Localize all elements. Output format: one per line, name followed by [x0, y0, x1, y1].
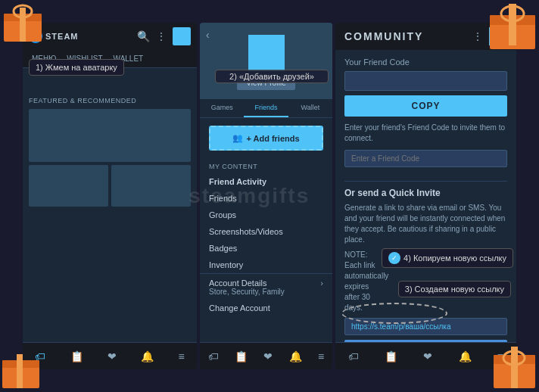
gift-tl-decoration	[0, 0, 45, 45]
steam-logo-text: STEAM	[45, 32, 79, 41]
link-section: https://s.team/p/ваша/ссылка 3) Создаем …	[344, 318, 507, 335]
add-friends-label: + Add friends	[246, 134, 299, 143]
back-button[interactable]: ‹	[206, 29, 210, 41]
account-details-sub: Store, Security, Family	[209, 288, 323, 296]
add-friends-icon: 👥	[232, 133, 243, 143]
steam-header: S STEAM 🔍 ⋮	[23, 23, 197, 50]
featured-card-1	[29, 165, 108, 207]
account-details-label: Account Details	[209, 278, 266, 288]
more-icon[interactable]: ⋮	[156, 30, 167, 42]
quick-invite-title: Or send a Quick Invite	[344, 188, 507, 198]
enter-code-input[interactable]	[344, 150, 507, 167]
link-box: https://s.team/p/ваша/ссылка	[344, 318, 507, 335]
search-icon[interactable]: 🔍	[137, 30, 150, 42]
mid-nav-menu-icon[interactable]: ≡	[318, 350, 324, 362]
right-nav-list-icon[interactable]: 📋	[385, 350, 397, 362]
mid-nav-heart-icon[interactable]: ❤	[263, 350, 273, 362]
featured-card-2	[111, 165, 191, 207]
gift-br-decoration	[490, 343, 539, 392]
add-friends-button[interactable]: 👥 + Add friends	[209, 126, 323, 151]
annotation-3: 3) Создаем новую ссылку	[398, 281, 511, 297]
community-title: COMMUNITY	[344, 30, 423, 42]
annotation-1: 1) Жмем на аватарку	[29, 59, 124, 76]
profile-avatar[interactable]	[248, 35, 285, 71]
nav-menu-icon[interactable]: ≡	[179, 350, 185, 362]
right-nav-tag-icon[interactable]: 🏷	[348, 350, 359, 362]
menu-groups[interactable]: Groups	[200, 207, 332, 223]
left-bottom-nav: 🏷 📋 ❤ 🔔 ≡	[23, 342, 197, 369]
nav-heart-icon[interactable]: ❤	[107, 350, 117, 362]
friend-code-label: Your Friend Code	[344, 58, 507, 67]
nav-list-icon[interactable]: 📋	[70, 350, 83, 362]
mid-nav-bell-icon[interactable]: 🔔	[289, 350, 302, 362]
menu-badges[interactable]: Badges	[200, 240, 332, 257]
quick-invite-desc: Generate a link to share via email or SM…	[344, 203, 507, 245]
profile-top: View Profile	[200, 23, 332, 99]
tab-wallet[interactable]: Wallet	[288, 99, 332, 117]
profile-tabs: Games Friends Wallet	[200, 99, 332, 118]
right-nav-bell-icon[interactable]: 🔔	[459, 350, 472, 362]
svg-rect-2	[20, 8, 26, 42]
tab-games[interactable]: Games	[200, 99, 244, 117]
middle-bottom-nav: 🏷 📋 ❤ 🔔 ≡	[200, 342, 332, 369]
user-avatar[interactable]	[173, 27, 191, 45]
menu-change-account[interactable]: Change Account	[200, 300, 332, 316]
community-content: Your Friend Code COPY Enter your friend'…	[335, 50, 516, 342]
right-nav-heart-icon[interactable]: ❤	[423, 350, 432, 362]
middle-panel: ‹ View Profile 2) «Добавить друзей» Game…	[200, 23, 332, 369]
community-more-icon[interactable]: ⋮	[472, 30, 483, 42]
invite-description: Enter your friend's Friend Code to invit…	[344, 123, 507, 144]
gift-tr-decoration	[486, 0, 539, 53]
friend-code-input[interactable]	[344, 71, 507, 91]
right-panel: COMMUNITY ⋮ Your Friend Code COPY Enter …	[335, 23, 516, 369]
svg-rect-13	[511, 347, 518, 388]
steam-header-icons: 🔍 ⋮	[137, 27, 191, 45]
left-content: FEATURED & RECOMMENDED	[23, 91, 197, 213]
gift-bl-decoration	[0, 350, 42, 392]
mid-nav-list-icon[interactable]: 📋	[235, 350, 248, 362]
arrow-right-icon: ›	[320, 278, 323, 288]
tab-friends[interactable]: Friends	[244, 99, 288, 117]
check-icon: ✓	[388, 252, 400, 264]
menu-screenshots[interactable]: Screenshots/Videos	[200, 223, 332, 240]
svg-rect-6	[509, 4, 516, 45]
divider	[344, 181, 507, 182]
main-container: S STEAM 🔍 ⋮ МЕНЮ WISHLIST WALLET 1) Жмем…	[23, 23, 516, 369]
nav-bell-icon[interactable]: 🔔	[141, 350, 154, 362]
svg-rect-10	[17, 354, 23, 388]
annotation-2: 2) «Добавить друзей»	[215, 70, 329, 83]
featured-card-wide	[29, 109, 191, 162]
mid-nav-tag-icon[interactable]: 🏷	[208, 350, 219, 362]
my-content-label: MY CONTENT	[200, 158, 332, 173]
copy-code-button[interactable]: COPY	[344, 95, 507, 117]
featured-grid	[29, 109, 191, 207]
menu-inventory[interactable]: Inventory	[200, 257, 332, 273]
menu-friend-activity[interactable]: Friend Activity	[200, 173, 332, 190]
menu-friends[interactable]: Friends	[200, 190, 332, 207]
annotation-4: ✓ 4) Копируем новую ссылку	[382, 248, 513, 268]
menu-account-details[interactable]: Account Details › Store, Security, Famil…	[200, 273, 332, 300]
left-panel: S STEAM 🔍 ⋮ МЕНЮ WISHLIST WALLET 1) Жмем…	[23, 23, 197, 369]
featured-label: FEATURED & RECOMMENDED	[29, 97, 191, 104]
